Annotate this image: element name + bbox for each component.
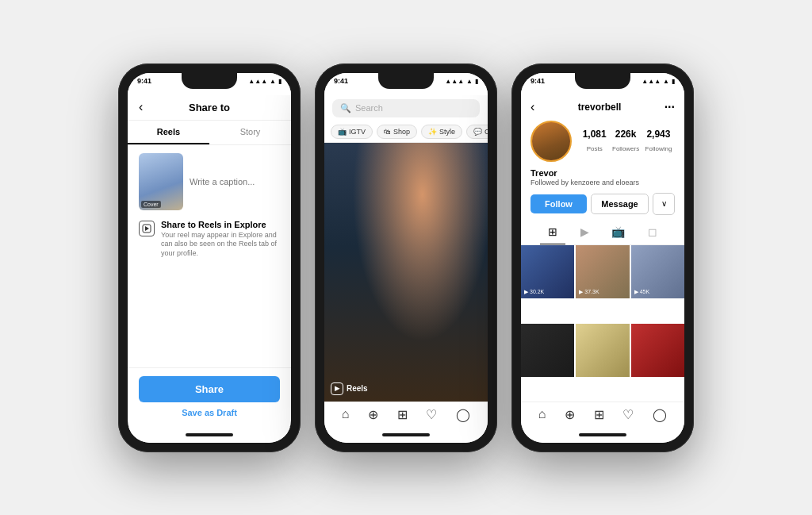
stat-following: 2,943 Following <box>645 129 672 154</box>
phone-2-screen: 9:41 ▲▲▲ ▲ ▮ 🔍 Search 📺 IGTV <box>324 73 488 443</box>
play-icon-1: ▶ <box>524 289 528 295</box>
add-nav-icon[interactable]: ⊞ <box>397 407 408 422</box>
search-icon: 🔍 <box>340 103 351 113</box>
reels-main: ▶ Reels <box>324 143 488 402</box>
profile-name-area: Trevor Followed by kenzoere and eloears <box>521 167 684 188</box>
chip-style-label: Style <box>439 128 455 136</box>
profile-name: Trevor <box>530 168 675 178</box>
phone-2-status-icons: ▲▲▲ ▲ ▮ <box>445 78 478 85</box>
p3-signal-icon: ▲▲▲ <box>642 78 661 85</box>
reels-label-text: Reels <box>347 384 368 393</box>
phone-3-home-bar <box>521 427 684 443</box>
phone-3-bottom-nav: ⌂ ⊕ ⊞ ♡ ◯ <box>521 402 684 427</box>
phone-3-time: 9:41 <box>530 78 545 85</box>
phone-1-content: ‹ Share to Reels Story Cover <box>128 95 291 427</box>
phone-1: 9:41 ▲▲▲ ▲ ▮ ‹ Share to Reels Story <box>118 63 301 452</box>
profile-more-button[interactable]: ··· <box>665 100 675 114</box>
profile-nav-icon[interactable]: ◯ <box>456 407 470 422</box>
p3-search-nav-icon[interactable]: ⊕ <box>565 407 575 422</box>
profile-grid-item-1[interactable]: ▶ 30.2K <box>521 245 574 298</box>
stat-posts: 1,081 Posts <box>583 129 607 154</box>
tab-reels[interactable]: ▶ <box>573 220 597 244</box>
play-badge-3: ▶ 45K <box>634 289 649 295</box>
follow-button[interactable]: Follow <box>530 194 587 213</box>
following-label: Following <box>645 145 672 152</box>
p3-battery-icon: ▮ <box>672 78 675 85</box>
share-body: Cover Share to Reels in <box>128 145 291 264</box>
play-icon-2: ▶ <box>579 289 583 295</box>
profile-grid-item-4[interactable] <box>521 324 574 377</box>
share-media-row: Cover <box>139 153 280 210</box>
followers-label: Followers <box>612 145 639 152</box>
comics-icon: 💬 <box>473 128 482 136</box>
profile-grid-item-6[interactable] <box>631 324 684 377</box>
share-button[interactable]: Share <box>139 376 280 402</box>
svg-marker-1 <box>145 226 149 231</box>
save-draft-button[interactable]: Save as Draft <box>139 408 280 417</box>
heart-nav-icon[interactable]: ♡ <box>426 407 437 422</box>
home-indicator <box>186 433 233 436</box>
share-explore-option: Share to Reels in Explore Your reel may … <box>139 220 280 259</box>
share-tabs: Reels Story <box>128 121 291 145</box>
share-button-area: Share Save as Draft <box>128 367 291 427</box>
profile-grid-item-2[interactable]: ▶ 37.3K <box>576 245 629 298</box>
p2-wifi-icon: ▲ <box>466 78 473 85</box>
profile-avatar <box>530 121 572 162</box>
tab-igtv[interactable]: 📺 <box>603 220 633 244</box>
p3-profile-nav-icon[interactable]: ◯ <box>653 407 667 422</box>
share-explore-desc: Your reel may appear in Explore and can … <box>161 231 280 259</box>
phone-1-notch <box>182 73 237 89</box>
reels-hero-image: ▶ Reels <box>324 143 488 402</box>
signal-icon: ▲▲▲ <box>248 78 267 85</box>
p3-wifi-icon: ▲ <box>663 78 669 85</box>
phone-1-screen: 9:41 ▲▲▲ ▲ ▮ ‹ Share to Reels Story <box>128 73 291 443</box>
wifi-icon: ▲ <box>270 78 276 85</box>
tab-reels[interactable]: Reels <box>128 121 209 144</box>
profile-followed-by: Followed by kenzoere and eloears <box>530 179 675 186</box>
caption-input[interactable] <box>190 153 291 210</box>
following-count: 2,943 <box>645 129 672 140</box>
phone-2: 9:41 ▲▲▲ ▲ ▮ 🔍 Search 📺 IGTV <box>315 63 497 452</box>
p3-add-nav-icon[interactable]: ⊞ <box>594 407 604 422</box>
profile-action-row: Follow Message ∨ <box>521 188 684 220</box>
chip-shop-label: Shop <box>393 128 410 136</box>
basketball-background <box>324 143 488 402</box>
back-button[interactable]: ‹ <box>139 100 143 114</box>
chip-shop[interactable]: 🛍 Shop <box>377 125 417 139</box>
message-button[interactable]: Message <box>591 194 649 214</box>
followers-count: 226k <box>612 129 639 140</box>
p3-heart-nav-icon[interactable]: ♡ <box>622 407 634 422</box>
phone-1-status-bar: 9:41 ▲▲▲ ▲ ▮ <box>128 73 291 95</box>
play-badge-2: ▶ 37.3K <box>579 289 599 295</box>
phone-3-status-icons: ▲▲▲ ▲ ▮ <box>642 78 675 85</box>
igtv-icon: 📺 <box>338 128 347 136</box>
reels-icon: ▶ <box>331 382 343 395</box>
tab-grid[interactable]: ⊞ <box>540 220 565 244</box>
shop-icon: 🛍 <box>384 128 391 136</box>
explore-search-bar: 🔍 Search <box>324 95 488 121</box>
chip-style[interactable]: ✨ Style <box>421 125 462 139</box>
tab-tagged[interactable]: ◻ <box>640 220 665 244</box>
chip-igtv[interactable]: 📺 IGTV <box>331 125 373 139</box>
phone-2-time: 9:41 <box>334 78 348 85</box>
tab-story[interactable]: Story <box>209 121 291 144</box>
chip-igtv-label: IGTV <box>349 128 366 136</box>
play-badge-1: ▶ 30.2K <box>524 289 544 295</box>
share-explore-title: Share to Reels in Explore <box>161 220 280 229</box>
profile-grid-item-5[interactable] <box>576 324 629 377</box>
search-inner[interactable]: 🔍 Search <box>332 99 480 117</box>
chip-comics[interactable]: 💬 Comics <box>466 125 488 139</box>
p3-home-nav-icon[interactable]: ⌂ <box>538 407 546 421</box>
phone-3: 9:41 ▲▲▲ ▲ ▮ ‹ trevorbell ··· <box>511 63 694 452</box>
profile-grid-item-3[interactable]: ▶ 45K <box>631 245 684 298</box>
play-icon-3: ▶ <box>634 289 638 295</box>
profile-stats: 1,081 Posts 226k Followers 2,943 Followi… <box>580 129 675 154</box>
profile-back-button[interactable]: ‹ <box>530 100 534 114</box>
dropdown-button[interactable]: ∨ <box>653 193 675 215</box>
stat-followers: 226k Followers <box>612 129 639 154</box>
search-nav-icon[interactable]: ⊕ <box>368 407 378 422</box>
home-nav-icon[interactable]: ⌂ <box>342 407 350 421</box>
p2-signal-icon: ▲▲▲ <box>445 78 464 85</box>
reels-label: ▶ Reels <box>331 382 368 395</box>
reels-option-icon <box>139 221 155 236</box>
